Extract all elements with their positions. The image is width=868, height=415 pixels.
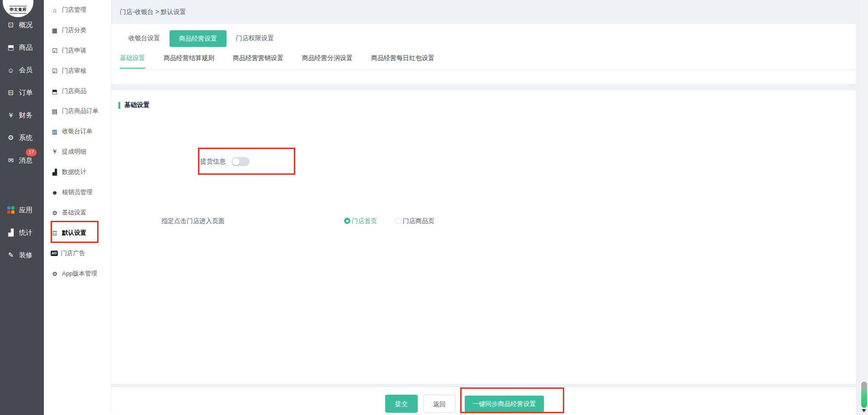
sidebar-item-orders[interactable]: ⊟订单 [0,86,44,99]
sidebar-item-statistics[interactable]: ▟统计 [0,226,44,239]
page-scrollbar[interactable] [860,0,868,415]
submit-button[interactable]: 提交 [385,395,418,413]
statistics-icon: ▟ [6,228,15,237]
submenu-item-store-goods[interactable]: ⬒门店商品 [44,85,111,98]
submenu-item-store-category[interactable]: ▦门店分类 [44,24,111,37]
submenu-item-default-settings[interactable]: ☲默认设置 [44,227,111,239]
section-title: 基础设置 [124,101,150,109]
submenu-item-label: 门店管理 [62,6,86,14]
sidebar-item-label: 应用 [19,206,33,214]
submenu-item-store-management[interactable]: ⌂门店管理 [44,4,111,16]
sidebar-item-overview[interactable]: ⊡概况 [0,19,44,31]
content-card: 基础设置 指定点击门店进入页面 门店首页 门店商品页 提货信息 [111,90,856,384]
ad-icon: AD [51,251,58,256]
subtab-profit-sharing-settings[interactable]: 商品经营分润设置 [302,54,353,69]
pickup-info-toggle[interactable] [231,157,250,166]
app-root: 华太食府 ⊡概况⬒商品☺会员⊟订单￥财务⚙系统✉消息17应用▟统计✎装修 ⌂门店… [0,0,868,415]
footer-action-bar: 提交 返回 一键同步商品经营设置 [111,387,856,415]
submenu-item-cashier-orders[interactable]: ▥收银台订单 [44,125,111,138]
store-audit-icon: ☑ [51,68,59,75]
sync-goods-settings-button[interactable]: 一键同步商品经营设置 [465,396,544,412]
secondary-sidebar: ⌂门店管理▦门店分类☑门店申请☑门店审核⬒门店商品▤门店商品订单▥收银台订单￥提… [44,0,111,415]
data-statistics-icon: ▟ [51,169,59,176]
radio-store-home-label[interactable]: 门店首页 [352,216,377,226]
store-management-icon: ⌂ [51,7,59,14]
radio-store-goods-page-label[interactable]: 门店商品页 [403,216,434,226]
submenu-item-label: 核销员管理 [62,188,93,196]
submenu-item-label: 门店审核 [62,67,86,75]
verifier-management-icon: ☻ [51,189,59,196]
sidebar-item-label: 消息 [19,156,33,165]
decoration-icon: ✎ [6,251,15,259]
submenu-item-label: 门店分类 [62,26,86,34]
store-category-icon: ▦ [51,27,59,34]
brand-logo: 华太食府 [3,0,33,17]
submenu-item-label: 门店商品 [62,87,86,95]
subtab-basic-settings[interactable]: 基础设置 [120,54,145,69]
basic-settings-icon: ⚙ [51,210,59,216]
app-grid-icon [7,206,14,214]
scrollbar-thumb[interactable] [861,382,867,408]
radio-dot [346,220,349,222]
submenu-item-label: 收银台订单 [62,127,93,135]
sub-tabs: 基础设置 商品经营结算规则 商品经营营销设置 商品经营分润设置 商品经营每日红包… [120,54,434,69]
section-header: 基础设置 [118,101,150,109]
scrollbar-down-arrow-icon[interactable] [862,409,866,412]
entry-page-label: 指定点击门店进入页面 [161,216,225,226]
toggle-knob [232,158,240,165]
orders-icon: ⊟ [6,89,15,97]
store-goods-icon: ⬒ [51,88,59,95]
back-button[interactable]: 返回 [423,395,456,413]
tab-goods-operation-settings[interactable]: 商品经营设置 [170,30,226,47]
submenu-item-label: App版本管理 [62,270,97,278]
submenu-item-label: 门店商品订单 [62,107,99,115]
submenu-item-app-version[interactable]: ⚙App版本管理 [44,267,111,280]
radio-store-goods-page[interactable] [395,218,401,224]
sidebar-item-messages[interactable]: ✉消息17 [0,154,44,167]
subtab-marketing-settings[interactable]: 商品经营营销设置 [233,54,283,69]
main-tabs: 收银台设置 商品经营设置 门店权限设置 [127,30,275,47]
goods-icon: ⬒ [6,43,15,51]
brand-logo-text: 华太食府 [9,6,27,14]
sidebar-item-label: 装修 [19,251,33,260]
sidebar-item-apps[interactable]: 应用 [0,204,44,216]
sidebar-item-finance[interactable]: ￥财务 [0,109,44,121]
tab-card: 收银台设置 商品经营设置 门店权限设置 基础设置 商品经营结算规则 商品经营营销… [111,24,856,84]
tab-store-permission-settings[interactable]: 门店权限设置 [235,34,275,42]
submenu-item-store-goods-orders[interactable]: ▤门店商品订单 [44,105,111,117]
entry-page-form-row: 指定点击门店进入页面 门店首页 门店商品页 [111,216,856,226]
submenu-item-store-ads[interactable]: AD门店广告 [44,247,111,260]
store-goods-orders-icon: ▤ [51,108,59,115]
breadcrumb: 门店-收银台 > 默认设置 [120,8,186,16]
subtab-divider [111,70,856,70]
cashier-orders-icon: ▥ [51,128,59,135]
subtab-settlement-rules[interactable]: 商品经营结算规则 [164,54,214,69]
app-version-icon: ⚙ [51,270,59,277]
submenu-item-store-apply[interactable]: ☑门店申请 [44,44,111,57]
submenu-item-label: 数据统计 [62,168,86,176]
submenu-item-data-statistics[interactable]: ▟数据统计 [44,166,111,178]
submenu-item-verifier-management[interactable]: ☻核销员管理 [44,186,111,199]
sidebar-item-label: 系统 [19,134,33,142]
radio-store-home[interactable] [344,218,350,224]
sidebar-item-decoration[interactable]: ✎装修 [0,249,44,261]
section-accent-bar [118,102,120,109]
sidebar-item-goods[interactable]: ⬒商品 [0,41,44,54]
submenu-item-basic-settings[interactable]: ⚙基础设置 [44,206,111,219]
sidebar-item-label: 概况 [19,21,33,29]
overview-icon: ⊡ [6,21,15,29]
submenu-item-commission-detail[interactable]: ￥提成明细 [44,145,111,158]
sidebar-item-label: 统计 [19,228,33,237]
sidebar-item-members[interactable]: ☺会员 [0,64,44,76]
sidebar-item-label: 会员 [19,66,33,75]
pickup-info-label: 提货信息 [200,158,226,166]
subtab-daily-redpacket-settings[interactable]: 商品经营每日红包设置 [371,54,434,69]
messages-icon: ✉ [6,156,15,164]
messages-badge: 17 [26,149,37,156]
sidebar-item-system[interactable]: ⚙系统 [0,131,44,144]
submenu-item-store-audit[interactable]: ☑门店审核 [44,65,111,77]
members-icon: ☺ [6,66,15,74]
system-icon: ⚙ [6,134,15,142]
tab-cashier-settings[interactable]: 收银台设置 [127,34,161,42]
pickup-info-row: 提货信息 [200,156,250,167]
